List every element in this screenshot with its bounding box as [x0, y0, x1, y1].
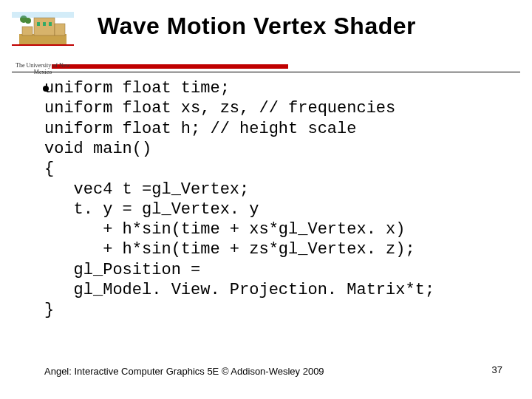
svg-rect-4 — [22, 27, 33, 35]
svg-point-9 — [25, 18, 31, 24]
unm-logo — [12, 12, 74, 46]
svg-rect-6 — [43, 22, 46, 26]
footer-citation: Angel: Interactive Computer Graphics 5E … — [44, 366, 324, 377]
svg-rect-10 — [12, 12, 74, 18]
page-title: Wave Motion Vertex Shader — [98, 13, 532, 39]
page-number: 37 — [492, 364, 502, 375]
svg-rect-3 — [55, 24, 65, 35]
university-label: The University of New Mexico — [12, 62, 74, 75]
code-block: uniform float time; uniform float xs, zs… — [44, 78, 532, 320]
svg-rect-7 — [49, 22, 52, 26]
content-area: uniform float time; uniform float xs, zs… — [0, 78, 532, 320]
divider-thin — [12, 72, 520, 72]
svg-rect-5 — [37, 22, 40, 26]
logo-area: The University of New Mexico — [12, 12, 74, 75]
svg-rect-0 — [12, 44, 74, 46]
svg-rect-2 — [34, 18, 55, 35]
divider-thick — [52, 64, 288, 69]
